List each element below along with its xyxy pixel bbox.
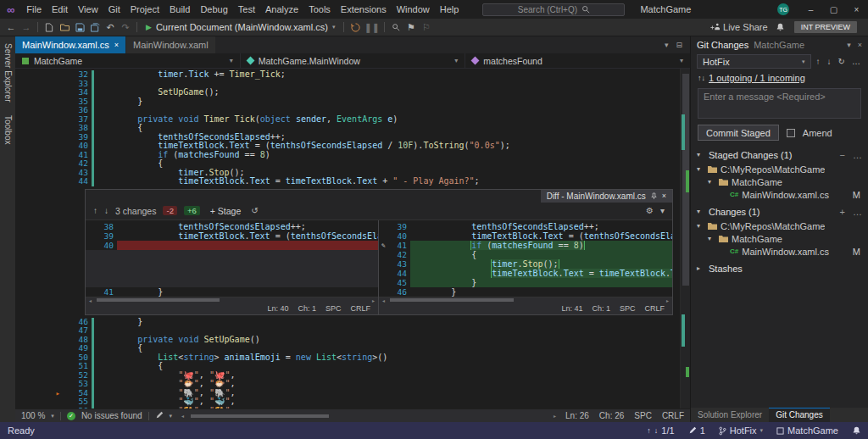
commit-staged-button[interactable]: Commit Staged bbox=[698, 125, 779, 141]
breakpoint-margin[interactable] bbox=[15, 336, 63, 345]
stashes-header[interactable]: ▸ Stashes bbox=[691, 260, 868, 276]
int-preview-button[interactable]: INT PREVIEW bbox=[794, 21, 857, 33]
outgoing-incoming-link[interactable]: 1 outgoing / 1 incoming bbox=[709, 73, 805, 83]
branch-selector[interactable]: HotFix ▾ bbox=[697, 54, 811, 69]
menu-window[interactable]: Window bbox=[392, 0, 435, 19]
scroll-left-icon[interactable]: ◂ bbox=[178, 413, 187, 419]
git-file-item[interactable]: C#MainWindow.xaml.csM bbox=[691, 245, 868, 258]
diff-horizontal-scrollbar[interactable]: ◂ ▸ bbox=[379, 297, 672, 303]
navigate-forward-icon[interactable]: → bbox=[19, 20, 33, 34]
more-actions-icon[interactable]: … bbox=[853, 150, 862, 160]
breakpoint-margin[interactable] bbox=[15, 115, 63, 125]
unstage-all-icon[interactable]: − bbox=[840, 150, 845, 160]
diff-old-code[interactable]: 38 tenthsOfSecondsElapsed++;39 timeTextB… bbox=[86, 220, 378, 297]
member-dropdown[interactable]: matchesFound ▾ bbox=[465, 53, 690, 68]
bookmark-icon[interactable]: ⚑ bbox=[404, 20, 418, 34]
scroll-track[interactable] bbox=[388, 297, 663, 303]
changes-header[interactable]: ▾ Changes (1) + … bbox=[691, 203, 868, 220]
git-folder-item[interactable]: ▾MatchGame bbox=[691, 232, 868, 245]
scroll-right-icon[interactable]: ▸ bbox=[663, 297, 672, 303]
next-change-icon[interactable]: ↓ bbox=[104, 206, 108, 215]
tab-mainwindow-xaml-cs[interactable]: MainWindow.xaml.cs × bbox=[15, 36, 125, 53]
diff-new-code[interactable]: 39 tenthsOfSecondsElapsed++;40 timeTextB… bbox=[379, 220, 672, 297]
breakpoint-margin[interactable] bbox=[15, 106, 63, 115]
breakpoint-margin[interactable] bbox=[15, 151, 63, 160]
git-changes-tab[interactable]: Git Changes bbox=[769, 408, 830, 422]
new-file-icon[interactable] bbox=[42, 20, 56, 34]
editor-horizontal-scrollbar[interactable]: ◂ ▸ bbox=[178, 413, 559, 420]
breakpoint-margin[interactable] bbox=[15, 407, 63, 409]
tab-mainwindow-xaml[interactable]: MainWindow.xaml bbox=[126, 36, 215, 53]
feedback-bell-icon[interactable] bbox=[774, 20, 787, 34]
scroll-right-icon[interactable]: ▸ bbox=[550, 413, 559, 419]
breakpoint-margin[interactable]: ▸ bbox=[15, 389, 63, 398]
breakpoint-margin[interactable] bbox=[15, 397, 63, 407]
menu-file[interactable]: File bbox=[21, 0, 47, 19]
previous-change-icon[interactable]: ↑ bbox=[93, 206, 97, 215]
sync-commits-button[interactable]: ↑↓ 1/1 bbox=[640, 422, 681, 439]
minimize-button[interactable]: – bbox=[799, 0, 822, 19]
amend-checkbox[interactable] bbox=[787, 129, 795, 137]
repo-picker-button[interactable]: MatchGame bbox=[770, 422, 845, 439]
stage-all-icon[interactable]: + bbox=[840, 207, 845, 217]
push-icon[interactable]: ↑ bbox=[815, 57, 822, 66]
search-input[interactable]: Search (Ctrl+Q) bbox=[482, 3, 625, 16]
editor-scrollbar[interactable] bbox=[680, 69, 690, 408]
diff-horizontal-scrollbar[interactable]: ◂ ▸ bbox=[86, 297, 378, 303]
breakpoint-margin[interactable] bbox=[15, 318, 63, 327]
scroll-track[interactable] bbox=[187, 414, 550, 419]
pin-icon[interactable] bbox=[651, 192, 657, 200]
breakpoint-margin[interactable] bbox=[15, 88, 63, 97]
maximize-button[interactable]: ▢ bbox=[822, 0, 845, 19]
breakpoint-margin[interactable] bbox=[15, 177, 63, 186]
breakpoint-margin[interactable] bbox=[15, 70, 63, 80]
pending-edits-button[interactable]: 1 bbox=[682, 422, 712, 439]
undo-icon[interactable]: ↶ bbox=[103, 20, 117, 34]
bookmark-outline-icon[interactable]: ⚐ bbox=[420, 20, 433, 34]
breakpoint-margin[interactable] bbox=[15, 97, 63, 107]
toggle-diff-icon[interactable]: ▾ bbox=[665, 41, 669, 49]
break-all-icon[interactable]: ❚❚ bbox=[364, 20, 379, 34]
git-folder-item[interactable]: ▾C:\MyRepos\MatchGame bbox=[691, 163, 868, 175]
breakpoint-margin[interactable] bbox=[15, 124, 63, 133]
more-actions-icon[interactable]: … bbox=[850, 57, 862, 66]
more-actions-icon[interactable]: … bbox=[853, 207, 862, 217]
live-share-button[interactable]: Live Share bbox=[706, 22, 772, 32]
menu-analyze[interactable]: Analyze bbox=[260, 0, 303, 19]
breakpoint-margin[interactable] bbox=[15, 159, 63, 169]
redo-icon[interactable]: ↷ bbox=[119, 20, 132, 34]
scroll-thumb[interactable] bbox=[97, 298, 220, 302]
start-debugging-button[interactable]: ▶ Current Document (MainWindow.xaml.cs) … bbox=[142, 22, 339, 32]
git-folder-item[interactable]: ▾C:\MyRepos\MatchGame bbox=[691, 220, 868, 232]
hot-reload-icon[interactable] bbox=[348, 20, 362, 34]
chevron-down-icon[interactable]: ▾ bbox=[660, 206, 665, 215]
find-in-files-icon[interactable] bbox=[389, 20, 403, 34]
fetch-refresh-icon[interactable]: ↻ bbox=[837, 57, 847, 66]
pull-icon[interactable]: ↓ bbox=[826, 57, 833, 66]
save-all-icon[interactable] bbox=[88, 20, 102, 34]
scroll-right-icon[interactable]: ▸ bbox=[369, 297, 378, 303]
chevron-down-icon[interactable]: ▾ bbox=[847, 41, 851, 49]
menu-project[interactable]: Project bbox=[125, 0, 164, 19]
breakpoint-margin[interactable] bbox=[15, 353, 63, 363]
type-dropdown[interactable]: MatchGame.MainWindow ▾ bbox=[241, 53, 466, 68]
menu-help[interactable]: Help bbox=[435, 0, 465, 19]
menu-test[interactable]: Test bbox=[233, 0, 260, 19]
breakpoint-margin[interactable] bbox=[15, 133, 63, 142]
notifications-bell-icon[interactable] bbox=[845, 422, 868, 439]
issues-status[interactable]: No issues found bbox=[81, 411, 142, 420]
commit-message-input[interactable]: Enter a message <Required> bbox=[698, 88, 861, 119]
diff-settings-gear-icon[interactable]: ⚙ bbox=[646, 206, 654, 215]
open-file-icon[interactable] bbox=[58, 20, 71, 34]
menu-extensions[interactable]: Extensions bbox=[336, 0, 392, 19]
stage-button[interactable]: + Stage bbox=[207, 206, 245, 216]
code-editor[interactable]: 32 timer.Tick += Timer_Tick;3334 SetUpGa… bbox=[15, 69, 680, 408]
staged-changes-header[interactable]: ▾ Staged Changes (1) − … bbox=[691, 147, 868, 163]
menu-view[interactable]: View bbox=[73, 0, 103, 19]
scroll-thumb[interactable] bbox=[191, 414, 329, 418]
close-icon[interactable]: × bbox=[114, 41, 119, 49]
breakpoint-margin[interactable] bbox=[15, 80, 63, 89]
menu-debug[interactable]: Debug bbox=[195, 0, 232, 19]
window-layout-icon[interactable]: ⊟ bbox=[676, 41, 682, 49]
toolbox-tab[interactable]: Toolbox bbox=[3, 115, 13, 144]
